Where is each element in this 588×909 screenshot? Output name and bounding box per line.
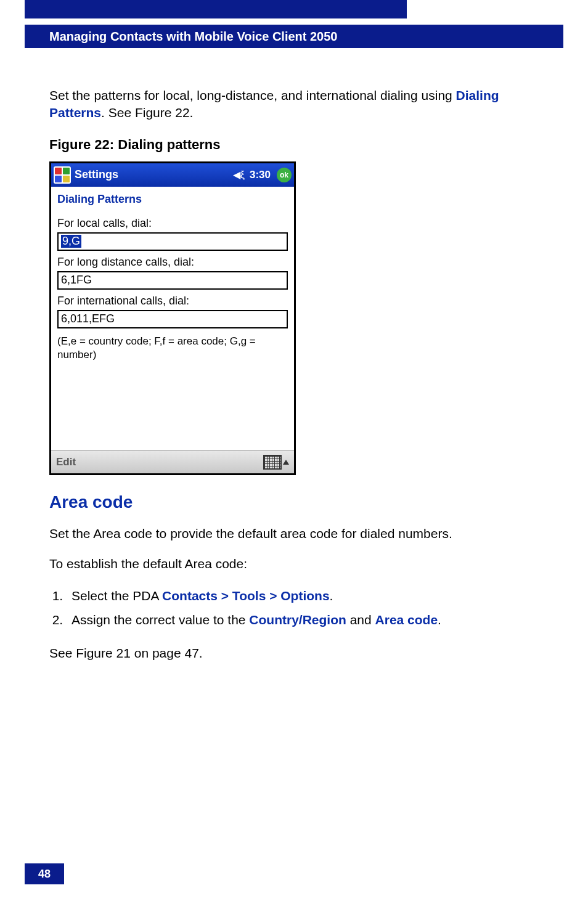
local-calls-value: 9,G [61, 235, 81, 248]
intro-text-before: Set the patterns for local, long-distanc… [49, 88, 456, 102]
volume-icon[interactable]: ◀ξ [233, 169, 245, 181]
contacts-tools-options-link[interactable]: Contacts > Tools > Options [162, 589, 329, 603]
intro-paragraph: Set the patterns for local, long-distanc… [49, 87, 539, 122]
chapter-header: Managing Contacts with Mobile Voice Clie… [25, 25, 563, 48]
step2-text-e: . [438, 613, 441, 627]
screenshot-menubar: Edit [51, 450, 294, 473]
step-2: Assign the correct value to the Country/… [67, 610, 539, 630]
area-code-para2: To establish the default Area code: [49, 555, 539, 573]
step2-text-a: Assign the correct value to the [71, 613, 249, 627]
dialing-hint: (E,e = country code; F,f = area code; G,… [57, 335, 288, 362]
international-value: 6,011,EFG [61, 312, 115, 325]
step1-text-c: . [330, 589, 333, 603]
clock-text: 3:30 [250, 169, 271, 181]
figure-caption: Figure 22: Dialing patterns [49, 137, 539, 153]
area-code-heading: Area code [49, 492, 539, 512]
step2-text-c: and [346, 613, 375, 627]
screenshot-title: Settings [75, 168, 229, 181]
local-calls-input[interactable]: 9,G [57, 232, 288, 251]
intro-text-after: . See Figure 22. [101, 105, 193, 120]
app-title: Dialing Patterns [57, 193, 288, 206]
steps-list: Select the PDA Contacts > Tools > Option… [49, 586, 539, 630]
step1-text-a: Select the PDA [71, 589, 162, 603]
step-1: Select the PDA Contacts > Tools > Option… [67, 586, 539, 606]
start-icon[interactable] [54, 166, 71, 184]
page-number: 48 [25, 863, 64, 884]
long-distance-input[interactable]: 6,1FG [57, 271, 288, 290]
see-reference: See Figure 21 on page 47. [49, 645, 539, 662]
screenshot-titlebar: Settings ◀ξ 3:30 ok [51, 163, 294, 187]
local-calls-label: For local calls, dial: [57, 217, 288, 230]
top-decoration-bar [25, 0, 407, 18]
keyboard-arrow-icon[interactable] [283, 460, 289, 465]
international-label: For international calls, dial: [57, 295, 288, 308]
area-code-link[interactable]: Area code [375, 613, 438, 627]
keyboard-icon[interactable] [263, 455, 282, 470]
long-distance-label: For long distance calls, dial: [57, 256, 288, 269]
long-distance-value: 6,1FG [61, 274, 92, 287]
edit-menu[interactable]: Edit [56, 456, 76, 468]
area-code-para1: Set the Area code to provide the default… [49, 525, 539, 542]
chapter-title: Managing Contacts with Mobile Voice Clie… [49, 30, 337, 43]
country-region-link[interactable]: Country/Region [249, 613, 346, 627]
international-input[interactable]: 6,011,EFG [57, 310, 288, 328]
settings-screenshot: Settings ◀ξ 3:30 ok Dialing Patterns For… [49, 161, 296, 475]
ok-button[interactable]: ok [277, 168, 292, 182]
